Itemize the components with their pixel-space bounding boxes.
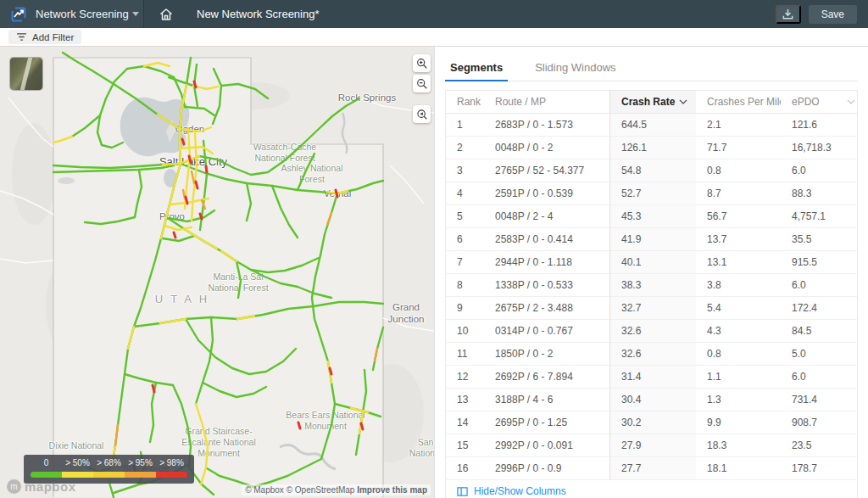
legend-labels: 0> 50%> 68%> 95%> 98% <box>31 457 187 469</box>
results-tabs: Segments Sliding Windows <box>445 53 858 81</box>
document-title: New Network Screening* <box>197 8 320 20</box>
home-icon <box>159 7 174 22</box>
legend-stop-label: > 68% <box>93 457 125 469</box>
zoom-out-button[interactable] <box>413 75 431 92</box>
table-row[interactable]: 122692P / 6 - 7.89431.41.16.0 <box>445 366 858 389</box>
cell-route-mp: 2692P / 6 - 7.894 <box>484 366 609 389</box>
cell-crashes-per-mile: 4.3 <box>696 320 781 343</box>
epdo-label: ePDO <box>792 96 820 108</box>
basemap-style-switcher[interactable] <box>10 58 42 90</box>
col-header-epdo[interactable]: ePDO <box>781 90 858 114</box>
zoom-in-button[interactable] <box>413 54 431 72</box>
segments-table: Rank Route / MP Crash Rate Crashes Per M… <box>445 90 858 480</box>
table-row[interactable]: 42591P / 0 - 0.53952.78.788.3 <box>445 182 858 205</box>
table-row[interactable]: 20048P / 0 - 2126.171.716,718.3 <box>445 137 858 159</box>
cell-route-mp: 2683P / 0 - 1.573 <box>484 114 609 137</box>
legend-stop-swatch <box>62 472 93 478</box>
app-switcher[interactable]: Network Screening <box>0 0 144 28</box>
table-row[interactable]: 32765P / 52 - 54.37754.80.86.0 <box>445 159 858 182</box>
hide-show-columns-button[interactable]: Hide/Show Columns <box>457 485 566 497</box>
cell-route-mp: 2944P / 0 - 1.118 <box>484 251 609 274</box>
cell-route-mp: 2765P / 52 - 54.377 <box>484 159 609 182</box>
cell-crashes-per-mile: 1.1 <box>696 366 781 389</box>
improve-map-link[interactable]: Improve this map <box>357 485 427 495</box>
table-row[interactable]: 62583P / 0 - 0.41441.913.735.5 <box>445 228 858 251</box>
cell-epdo: 23.5 <box>781 434 858 457</box>
results-panel: Segments Sliding Windows Rank Route / MP… <box>434 47 868 498</box>
top-bar: Network Screening New Network Screening*… <box>0 0 868 28</box>
table-row[interactable]: 50048P / 2 - 445.356.74,757.1 <box>445 205 858 228</box>
cell-epdo: 5.0 <box>781 343 858 366</box>
cell-rank: 2 <box>445 137 484 159</box>
col-header-crash-rate[interactable]: Crash Rate <box>609 90 696 114</box>
col-header-crashes-per-mile[interactable]: Crashes Per Mile <box>696 90 781 114</box>
cell-rank: 14 <box>445 411 484 434</box>
filter-bar: Add Filter <box>0 28 868 47</box>
table-row[interactable]: 133188P / 4 - 630.41.3731.4 <box>445 389 858 411</box>
table-row[interactable]: 162996P / 0 - 0.927.718.1178.7 <box>445 457 858 480</box>
table-row[interactable]: 81338P / 0 - 0.53338.33.86.0 <box>445 274 858 297</box>
cell-epdo: 6.0 <box>781 366 858 389</box>
legend-stop-swatch <box>156 472 187 478</box>
home-button[interactable] <box>144 0 188 28</box>
cell-route-mp: 2695P / 0 - 1.25 <box>484 411 609 434</box>
cell-rank: 7 <box>445 251 484 274</box>
table-row[interactable]: 152992P / 0 - 0.09127.918.323.5 <box>445 434 858 457</box>
cell-epdo: 16,718.3 <box>781 137 858 159</box>
table-row[interactable]: 92675P / 2 - 3.48832.75.4172.4 <box>445 297 858 320</box>
cell-crash-rate: 27.9 <box>609 434 696 457</box>
table-header-row: Rank Route / MP Crash Rate Crashes Per M… <box>445 90 858 114</box>
cell-crash-rate: 32.7 <box>609 297 696 320</box>
cell-crashes-per-mile: 56.7 <box>696 205 781 228</box>
add-filter-label: Add Filter <box>32 32 74 42</box>
table-row[interactable]: 12683P / 0 - 1.573644.52.1121.6 <box>445 114 858 137</box>
mapbox-attribution-link[interactable]: © Mapbox <box>245 485 284 495</box>
cell-rank: 4 <box>445 182 484 205</box>
cell-route-mp: 0314P / 0 - 0.767 <box>484 320 609 343</box>
col-header-route-mp: Route / MP <box>484 90 609 114</box>
map-canvas[interactable]: Rock SpringsWasatch-Cache National Fores… <box>0 47 434 498</box>
cell-crashes-per-mile: 5.4 <box>696 297 781 320</box>
cell-crash-rate: 52.7 <box>609 182 696 205</box>
cell-route-mp: 0048P / 2 - 4 <box>484 205 609 228</box>
zoom-extent-icon <box>416 109 428 120</box>
cell-route-mp: 3188P / 4 - 6 <box>484 389 609 411</box>
add-filter-button[interactable]: Add Filter <box>8 30 81 44</box>
table-row[interactable]: 142695P / 0 - 1.2530.29.9908.7 <box>445 411 858 434</box>
cell-epdo: 172.4 <box>781 297 858 320</box>
cell-crash-rate: 45.3 <box>609 205 696 228</box>
download-icon <box>782 8 794 20</box>
osm-attribution-link[interactable]: © OpenStreetMap <box>287 485 355 495</box>
app-logo-icon <box>11 7 26 22</box>
cell-epdo: 908.7 <box>781 411 858 434</box>
table-row[interactable]: 72944P / 0 - 1.11840.113.1915.5 <box>445 251 858 274</box>
legend-stop-label: > 98% <box>156 457 187 469</box>
cell-epdo: 6.0 <box>781 159 858 182</box>
cell-crash-rate: 644.5 <box>609 114 696 137</box>
table-row[interactable]: 100314P / 0 - 0.76732.64.384.5 <box>445 320 858 343</box>
cell-crashes-per-mile: 3.8 <box>696 274 781 297</box>
tab-sliding-windows[interactable]: Sliding Windows <box>530 53 620 81</box>
filter-icon <box>16 32 27 42</box>
tab-segments[interactable]: Segments <box>445 53 508 81</box>
table-footer: Hide/Show Columns <box>445 480 858 498</box>
cell-epdo: 178.7 <box>781 457 858 480</box>
legend-stop-swatch <box>93 472 125 478</box>
cell-crash-rate: 30.4 <box>609 389 696 411</box>
cell-crashes-per-mile: 0.8 <box>696 159 781 182</box>
download-button[interactable] <box>776 5 801 24</box>
save-button[interactable]: Save <box>809 5 857 24</box>
table-row[interactable]: 111850P / 0 - 232.60.85.0 <box>445 343 858 366</box>
cell-route-mp: 2675P / 2 - 3.488 <box>484 297 609 320</box>
cell-crash-rate: 31.4 <box>609 366 696 389</box>
zoom-out-icon <box>416 78 428 90</box>
cell-rank: 16 <box>445 457 484 480</box>
zoom-to-extent-button[interactable] <box>413 105 431 123</box>
map-attribution: © Mapbox © OpenStreetMap Improve this ma… <box>242 484 431 495</box>
cell-crash-rate: 126.1 <box>609 137 696 159</box>
cell-crashes-per-mile: 8.7 <box>696 182 781 205</box>
sort-icon <box>847 99 855 104</box>
cell-epdo: 121.6 <box>781 114 858 137</box>
cell-rank: 3 <box>445 159 484 182</box>
cell-crash-rate: 32.6 <box>609 320 696 343</box>
